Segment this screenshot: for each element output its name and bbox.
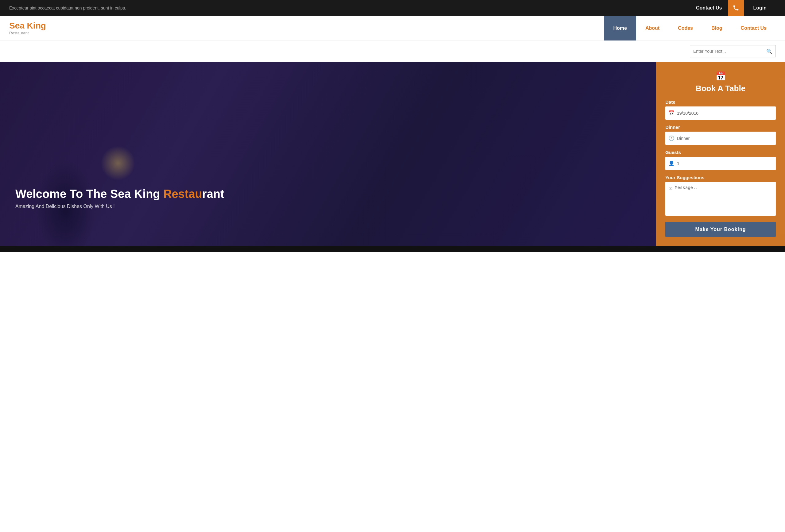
- dinner-label: Dinner: [665, 125, 776, 130]
- top-login-link[interactable]: Login: [744, 5, 776, 11]
- brand-name: Sea King: [9, 21, 46, 31]
- booking-calendar-icon: 📅: [665, 71, 776, 81]
- message-field-icon: ✉: [668, 186, 673, 192]
- search-box: 🔍: [690, 45, 776, 57]
- guests-input[interactable]: [677, 161, 773, 166]
- booking-title: Book A Table: [665, 84, 776, 93]
- hero-content: Welcome To The Sea King Restaurant Amazi…: [15, 187, 224, 209]
- nav-item-codes[interactable]: Codes: [669, 16, 702, 41]
- top-phone-button[interactable]: [728, 0, 744, 16]
- search-input[interactable]: [693, 49, 766, 54]
- nav-item-contact[interactable]: Contact Us: [732, 16, 776, 41]
- top-bar-right: Contact Us Login: [690, 0, 776, 16]
- nav-item-home[interactable]: Home: [604, 16, 636, 41]
- brand: Sea King Restaurant: [9, 21, 46, 35]
- hero-section: Welcome To The Sea King Restaurant Amazi…: [0, 62, 785, 246]
- hero-title-start: Welcome To The Sea King: [15, 187, 163, 200]
- nav-links: Home About Codes Blog Contact Us: [604, 16, 776, 41]
- guests-label: Guests: [665, 150, 776, 155]
- clock-field-icon: 🕐: [668, 135, 675, 141]
- suggestions-textarea[interactable]: [675, 185, 773, 212]
- phone-icon: [733, 5, 739, 11]
- date-input[interactable]: [677, 111, 773, 116]
- booking-panel: 📅 Book A Table Date 📅 Dinner 🕐 Guests 👤 …: [656, 62, 785, 246]
- hero-title-end: rant: [202, 187, 224, 200]
- person-field-icon: 👤: [668, 160, 675, 166]
- brand-subtitle: Restaurant: [9, 31, 46, 35]
- dinner-input-wrap: 🕐: [665, 132, 776, 145]
- calendar-field-icon: 📅: [668, 110, 675, 116]
- nav-item-blog[interactable]: Blog: [702, 16, 732, 41]
- top-tagline: Excepteur sint occaecat cupidatat non pr…: [9, 5, 126, 10]
- top-bar: Excepteur sint occaecat cupidatat non pr…: [0, 0, 785, 16]
- nav-item-about[interactable]: About: [636, 16, 669, 41]
- hero-subtitle: Amazing And Delicious Dishes Only With U…: [15, 204, 224, 209]
- hero-title-accent: Restau: [163, 187, 202, 200]
- footer-dark-strip: [0, 246, 785, 252]
- hero-title: Welcome To The Sea King Restaurant: [15, 187, 224, 201]
- date-label: Date: [665, 99, 776, 105]
- book-button[interactable]: Make Your Booking: [665, 222, 776, 237]
- hero-background: Welcome To The Sea King Restaurant Amazi…: [0, 62, 656, 246]
- dinner-input[interactable]: [677, 136, 773, 141]
- navbar: Sea King Restaurant Home About Codes Blo…: [0, 16, 785, 41]
- guests-input-wrap: 👤: [665, 157, 776, 170]
- date-input-wrap: 📅: [665, 106, 776, 120]
- suggestions-label: Your Suggestions: [665, 175, 776, 180]
- search-icon[interactable]: 🔍: [766, 49, 773, 54]
- top-contact-text: Contact Us: [690, 5, 728, 11]
- search-container: 🔍: [0, 41, 785, 62]
- suggestions-textarea-wrap: ✉: [665, 182, 776, 216]
